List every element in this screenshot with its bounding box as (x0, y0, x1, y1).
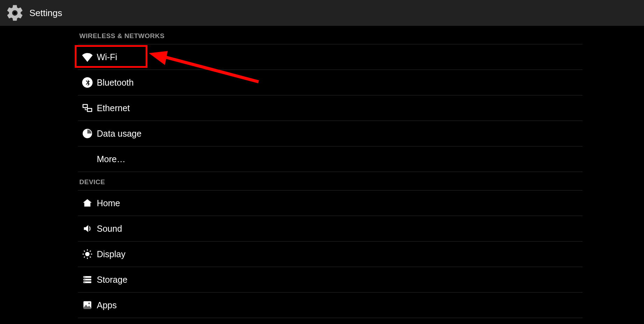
ethernet-icon (78, 103, 97, 113)
settings-item-wifi[interactable]: Wi-Fi (78, 44, 583, 70)
svg-rect-2 (84, 105, 87, 107)
svg-point-22 (88, 303, 90, 304)
section-header-wireless: WIRELESS & NETWORKS (78, 26, 583, 44)
settings-item-data-usage[interactable]: Data usage (78, 121, 583, 146)
page-title: Settings (29, 8, 62, 19)
wifi-icon (78, 52, 97, 62)
storage-icon (78, 274, 97, 285)
settings-item-label: Apps (97, 300, 117, 310)
settings-item-label: Display (97, 249, 125, 259)
svg-point-20 (84, 282, 85, 282)
settings-item-label: Storage (97, 275, 128, 285)
apps-icon (78, 300, 97, 310)
settings-item-label: Home (97, 198, 120, 208)
settings-item-ethernet[interactable]: Ethernet (78, 95, 583, 121)
svg-point-18 (84, 276, 85, 277)
settings-item-label: Ethernet (97, 103, 130, 113)
settings-item-more[interactable]: More… (78, 146, 583, 172)
settings-item-sound[interactable]: Sound (78, 216, 583, 242)
svg-line-11 (84, 251, 85, 252)
section-header-device: DEVICE (78, 172, 583, 190)
data-usage-icon (78, 128, 97, 139)
settings-item-bluetooth[interactable]: Bluetooth (78, 70, 583, 95)
settings-item-apps[interactable]: Apps (78, 293, 583, 318)
settings-item-label: More… (97, 154, 125, 164)
svg-point-6 (85, 252, 90, 257)
settings-item-label: Data usage (97, 129, 142, 139)
svg-line-12 (90, 257, 91, 258)
svg-rect-4 (88, 109, 91, 111)
settings-item-storage[interactable]: Storage (78, 267, 583, 293)
settings-item-label: Bluetooth (97, 78, 134, 88)
titlebar: Settings (0, 0, 644, 26)
bluetooth-icon (78, 77, 97, 88)
display-icon (78, 249, 97, 259)
svg-point-19 (84, 279, 85, 280)
svg-line-14 (90, 251, 91, 252)
gear-icon (6, 3, 24, 22)
settings-item-display[interactable]: Display (78, 242, 583, 267)
settings-item-label: Wi-Fi (97, 52, 117, 62)
sound-icon (78, 223, 97, 234)
settings-item-home[interactable]: Home (78, 190, 583, 216)
settings-list: WIRELESS & NETWORKS Wi-Fi Bluetooth Ethe… (78, 26, 583, 318)
settings-item-label: Sound (97, 224, 122, 234)
svg-line-13 (84, 257, 85, 258)
home-icon (78, 198, 97, 208)
svg-point-0 (14, 12, 16, 14)
